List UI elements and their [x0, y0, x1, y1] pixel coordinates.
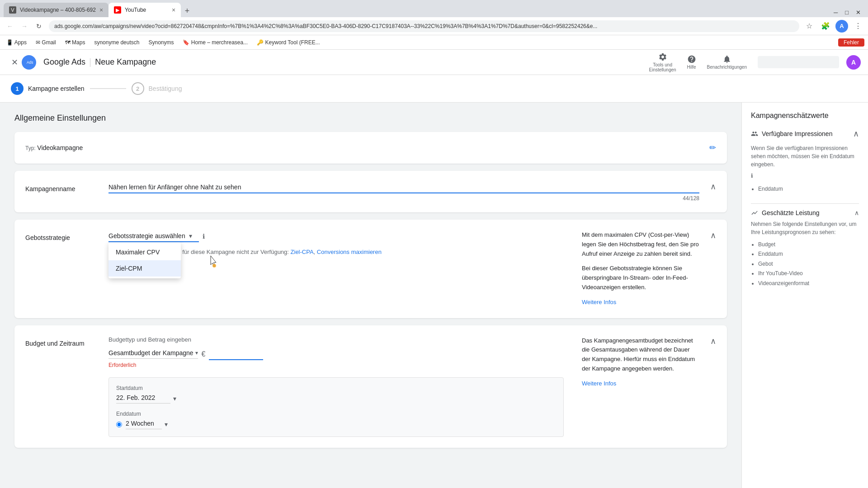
budget-more-info-link[interactable]: Weitere Infos: [582, 380, 616, 387]
back-button[interactable]: ←: [4, 20, 16, 33]
navigation-bar: ← → ↻ ads.google.com/aw/campaigns/new/vi…: [0, 17, 868, 35]
type-card: Typ: Videokampagne ✏: [14, 132, 727, 164]
bookmark-home[interactable]: 🔖 Home – merchreasea...: [180, 38, 250, 47]
bid-strategy-dropdown-trigger[interactable]: Gebotsstrategie auswählen ▾: [108, 230, 199, 242]
budget-amount-input[interactable]: [209, 348, 263, 360]
header-tools: Tools und Einstellungen Hilfe Benachrich…: [649, 52, 839, 72]
help-label: Hilfe: [687, 65, 696, 70]
start-date-chevron-icon[interactable]: ▾: [173, 395, 176, 402]
end-date-radio[interactable]: [116, 422, 122, 427]
start-date-wrapper: Startdatum 22. Feb. 2022 ▾: [116, 385, 556, 404]
campaign-name-collapse-icon[interactable]: ∧: [710, 182, 716, 192]
chevron-down-icon: ▾: [189, 232, 192, 239]
tab-close-1[interactable]: ×: [99, 6, 103, 14]
start-date-label: Startdatum: [116, 385, 556, 391]
forward-button[interactable]: →: [18, 20, 31, 33]
bookmark-keyword[interactable]: 🔑 Keyword Tool (FREE...: [254, 38, 323, 47]
close-icon[interactable]: ✕: [7, 55, 22, 70]
sidebar-impressions-text: Wenn Sie die verfügbaren Impressionen se…: [751, 144, 859, 169]
step-1: 1 Kampagne erstellen: [11, 82, 85, 95]
end-date-select-wrapper: 2 Wochen ▾: [126, 420, 168, 429]
bookmark-gmail[interactable]: ✉ Gmail: [33, 38, 59, 47]
edit-type-icon[interactable]: ✏: [709, 143, 716, 153]
performance-list: Budget Enddatum Gebot Ihr YouTube-Video …: [751, 240, 859, 289]
tab-close-2[interactable]: ×: [172, 6, 175, 14]
date-section: Startdatum 22. Feb. 2022 ▾ Enddatum: [108, 377, 564, 437]
sidebar: Kampagnenschätzwerte Verfügbare Impressi…: [741, 103, 868, 488]
profile-icon[interactable]: A: [835, 20, 848, 33]
bookmark-icon[interactable]: ☆: [803, 20, 816, 33]
budget-collapse-icon[interactable]: ∧: [710, 336, 716, 346]
step-2-circle: 2: [132, 82, 144, 95]
performance-list-item-youtube: Ihr YouTube-Video: [758, 269, 859, 279]
unavailable-link-2[interactable]: Conversions maximieren: [317, 249, 382, 255]
close-button[interactable]: ✕: [856, 9, 861, 16]
step-1-label: Kampagne erstellen: [28, 85, 85, 92]
address-bar[interactable]: ads.google.com/aw/campaigns/new/video?oc…: [49, 20, 799, 32]
bid-option-target-cpm[interactable]: Ziel-CPM: [108, 260, 181, 277]
bid-option-max-cpv[interactable]: Maximaler CPV: [108, 244, 181, 260]
impressions-list: Enddatum: [751, 184, 859, 194]
tab-videokampagne[interactable]: V Videokampagne – 400-805-692 ×: [4, 3, 108, 17]
sidebar-performance-header[interactable]: Geschätzte Leistung ∧: [751, 209, 859, 216]
notifications-button[interactable]: Benachrichtigungen: [707, 55, 747, 70]
tab-favicon-1: V: [9, 6, 16, 14]
bid-strategy-label: Gebotsstrategie: [25, 230, 98, 241]
unavailable-link-1[interactable]: Ziel-CPA: [291, 249, 314, 255]
type-value: Videokampagne: [37, 144, 83, 151]
budget-field: Budgettyp und Betrag eingeben Gesamtbudg…: [108, 336, 564, 437]
char-count: 44/128: [108, 195, 699, 202]
bid-strategy-more-info-link[interactable]: Weitere Infos: [582, 299, 616, 305]
main-layout: Allgemeine Einstellungen Typ: Videokampa…: [0, 103, 868, 488]
tools-settings-button[interactable]: Tools und Einstellungen: [649, 52, 676, 72]
performance-list-item-budget: Budget: [758, 240, 859, 250]
sidebar-impressions-title-wrapper: Verfügbare Impressionen: [751, 130, 832, 137]
campaign-name-input[interactable]: [108, 182, 699, 193]
budget-dropdown-arrow[interactable]: ▾: [195, 350, 198, 356]
app-logo: Ads Google Ads: [22, 55, 85, 70]
extension-icon[interactable]: 🧩: [819, 20, 832, 33]
browser-window: V Videokampagne – 400-805-692 × ▶ YouTub…: [0, 0, 868, 50]
tools-label: Tools und Einstellungen: [649, 62, 676, 72]
bid-strategy-info-icon[interactable]: ℹ: [203, 233, 205, 240]
reload-button[interactable]: ↻: [33, 20, 45, 33]
help-button[interactable]: Hilfe: [687, 55, 696, 70]
impressions-list-item-enddatum: Enddatum: [758, 184, 859, 194]
end-date-value: 2 Wochen: [126, 420, 162, 429]
budget-info: Das Kampagnengesamtbudget bezeichnet die…: [582, 336, 699, 389]
google-ads-logo-icon: Ads: [22, 55, 36, 70]
sidebar-impressions-title-text: Verfügbare Impressionen: [762, 130, 832, 137]
performance-list-item-enddatum: Enddatum: [758, 249, 859, 259]
type-label: Typ:: [25, 145, 36, 151]
bookmark-synonyme[interactable]: synonyme deutsch: [91, 38, 142, 47]
new-tab-button[interactable]: +: [181, 5, 193, 17]
impressions-info-icon[interactable]: ℹ: [751, 173, 753, 179]
user-avatar: A: [835, 20, 848, 33]
end-date-chevron-icon[interactable]: ▾: [165, 421, 168, 428]
sidebar-impressions-section: Verfügbare Impressionen ∧ Wenn Sie die v…: [751, 129, 859, 194]
header-divider: |: [89, 57, 91, 67]
budget-input-row: Gesamtbudget der Kampagne ▾ €: [108, 348, 564, 360]
bookmark-apps[interactable]: 📱 Apps: [4, 38, 29, 47]
bid-strategy-collapse-icon[interactable]: ∧: [710, 230, 716, 240]
tab-youtube[interactable]: ▶ YouTube ×: [108, 3, 181, 17]
user-account-icon[interactable]: A: [846, 55, 861, 70]
impressions-chevron-up-icon[interactable]: ∧: [853, 129, 859, 139]
tab-title-1: Videokampagne – 400-805-692: [20, 7, 96, 13]
error-button[interactable]: Fehler: [838, 38, 864, 47]
tools-icon: [658, 52, 667, 61]
impressions-subsection: Enddatum: [751, 184, 859, 194]
svg-text:Ads: Ads: [27, 60, 33, 65]
bid-strategy-info-body: Bei dieser Gebotsstrategie können Sie üb…: [582, 264, 699, 292]
minimize-button[interactable]: ─: [834, 9, 838, 16]
budget-label: Budget und Zeitraum: [25, 336, 98, 347]
main-content: Allgemeine Einstellungen Typ: Videokampa…: [0, 103, 741, 488]
end-date-option-row: 2 Wochen ▾: [116, 420, 556, 429]
header-search-input[interactable]: [758, 56, 839, 68]
bookmark-synonyms[interactable]: Synonyms: [146, 38, 176, 47]
sidebar-impressions-header[interactable]: Verfügbare Impressionen ∧: [751, 129, 859, 139]
nav-arrows: ← → ↻: [4, 20, 45, 33]
more-menu-icon[interactable]: ⋮: [852, 20, 864, 33]
bookmark-maps[interactable]: 🗺 Maps: [62, 38, 88, 47]
restore-button[interactable]: □: [845, 9, 849, 16]
